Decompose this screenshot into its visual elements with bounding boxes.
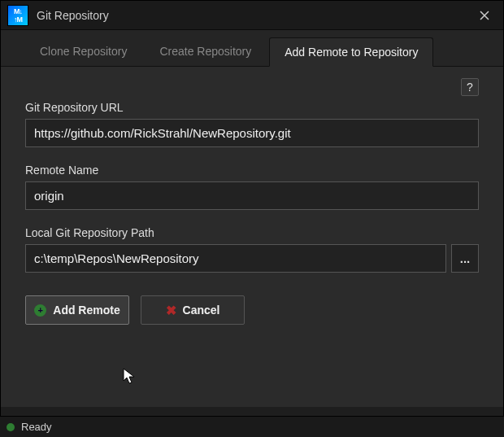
local-path-input[interactable] [25, 244, 446, 273]
cancel-label: Cancel [183, 304, 220, 317]
tab-create-repository[interactable]: Create Repository [145, 37, 266, 67]
cancel-button[interactable]: ✖ Cancel [141, 295, 245, 325]
close-button[interactable] [472, 3, 497, 28]
status-text: Ready [21, 421, 52, 433]
tab-add-remote[interactable]: Add Remote to Repository [269, 37, 433, 67]
mouse-cursor [123, 368, 137, 386]
plus-icon: + [34, 304, 46, 317]
remote-name-label: Remote Name [25, 164, 479, 177]
app-icon: M↓↑M [7, 5, 28, 26]
tab-clone-repository[interactable]: Clone Repository [25, 37, 141, 67]
url-label: Git Repository URL [25, 101, 479, 114]
statusbar: Ready [0, 416, 504, 437]
close-icon [480, 11, 489, 20]
window-title: Git Repository [37, 9, 472, 22]
add-remote-label: Add Remote [53, 304, 119, 317]
local-path-label: Local Git Repository Path [25, 226, 479, 239]
tabbar: Clone Repository Create Repository Add R… [1, 30, 503, 67]
remote-name-input[interactable] [25, 181, 479, 210]
add-remote-button[interactable]: + Add Remote [25, 295, 129, 325]
help-button[interactable]: ? [461, 78, 479, 96]
browse-button[interactable]: ... [451, 244, 479, 273]
status-indicator-icon [7, 423, 15, 431]
tab-content: ? Git Repository URL Remote Name Local G… [1, 67, 503, 407]
titlebar: M↓↑M Git Repository [1, 1, 503, 30]
cancel-icon: ✖ [166, 303, 176, 318]
git-url-input[interactable] [25, 119, 479, 147]
help-icon: ? [467, 81, 473, 94]
